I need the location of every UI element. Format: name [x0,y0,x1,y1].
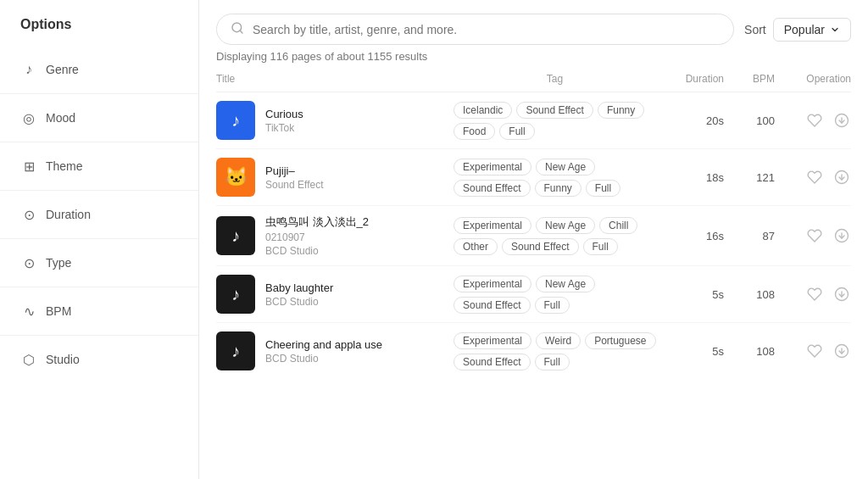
track-cell-5: ♪ Cheering and appla use BCD Studio [216,323,453,380]
sidebar-label-duration: Duration [46,208,91,221]
sidebar-divider [0,287,198,287]
tag-2-4[interactable]: Full [586,180,620,197]
track-info-5: Cheering and appla use BCD Studio [265,338,382,365]
tag-3-2[interactable]: Chill [599,217,637,234]
genre-icon: ♪ [20,61,37,78]
download-button-5[interactable] [832,342,851,360]
col-title: Title [216,66,453,92]
track-artist: Sound Effect [265,179,324,191]
like-button-4[interactable] [805,285,824,304]
track-cell-3: ♪ 虫鸣鸟叫 淡入淡出_2 0210907BCD Studio [216,206,453,266]
tag-4-1[interactable]: New Age [536,276,595,292]
search-bar[interactable] [216,14,734,45]
thumb-emoji-2: 🐱 [225,166,248,188]
tag-3-0[interactable]: Experimental [453,217,531,234]
track-ops-4 [775,266,851,323]
like-button-3[interactable] [805,226,824,245]
tag-1-0[interactable]: Icelandic [453,102,512,119]
search-input[interactable] [253,23,720,36]
tag-4-3[interactable]: Full [535,297,570,314]
tag-2-3[interactable]: Funny [535,180,581,197]
track-artist: BCD Studio [265,353,382,365]
search-icon [231,21,244,37]
mood-icon: ◎ [20,109,37,126]
thumb-icon-4: ♪ [231,285,240,304]
track-bpm-4: 108 [724,266,775,323]
tag-5-1[interactable]: Weird [536,332,581,349]
track-cell-4: ♪ Baby laughter BCD Studio [216,266,453,323]
like-button-1[interactable] [805,111,824,130]
sidebar-item-genre[interactable]: ♪ Genre [0,49,198,90]
track-title-5: Cheering and appla use [265,338,382,351]
track-thumbnail-4: ♪ [216,275,255,314]
download-button-1[interactable] [832,111,851,130]
tag-3-1[interactable]: New Age [536,217,595,234]
tracks-table: Title Tag Duration BPM Operation ♪ Curio… [216,66,851,379]
col-tag: Tag [453,66,656,92]
track-info-3: 虫鸣鸟叫 淡入淡出_2 0210907BCD Studio [265,214,369,257]
track-cell-2: 🐱 Pujiji– Sound Effect [216,149,453,206]
sidebar-item-type[interactable]: ⊙ Type [0,242,198,283]
download-button-2[interactable] [832,168,851,187]
tag-3-5[interactable]: Full [583,238,618,255]
track-artist: 0210907 [265,231,369,243]
tag-5-0[interactable]: Experimental [453,332,531,349]
tag-1-3[interactable]: Food [453,123,495,140]
tag-1-1[interactable]: Sound Effect [516,102,593,119]
sidebar-divider [0,238,198,239]
track-duration-5: 5s [656,323,724,380]
studio-icon: ⬡ [20,351,37,368]
track-artist: BCD Studio [265,296,333,308]
tag-1-4[interactable]: Full [499,123,534,140]
track-thumbnail-2: 🐱 [216,158,255,197]
sort-value: Popular [784,23,825,36]
sidebar-item-mood[interactable]: ◎ Mood [0,97,198,138]
tag-2-0[interactable]: Experimental [453,159,531,175]
track-tags-1: IcelandicSound EffectFunnyFoodFull [453,92,656,149]
track-thumbnail-1: ♪ [216,101,255,140]
tag-1-2[interactable]: Funny [598,102,644,119]
sidebar-item-bpm[interactable]: ∿ BPM [0,291,198,331]
tracks-table-wrap: Title Tag Duration BPM Operation ♪ Curio… [199,66,868,479]
like-button-2[interactable] [805,168,824,187]
tag-4-0[interactable]: Experimental [453,276,531,292]
sidebar-item-studio[interactable]: ⬡ Studio [0,339,198,380]
tag-3-3[interactable]: Other [453,238,498,255]
track-cell-1: ♪ Curious TikTok [216,92,453,149]
col-bpm: BPM [724,66,775,92]
table-row: 🐱 Pujiji– Sound Effect ExperimentalNew A… [216,149,851,206]
sidebar-label-type: Type [46,256,71,270]
download-button-4[interactable] [832,285,851,304]
sidebar-label-studio: Studio [46,353,80,366]
track-title-4: Baby laughter [265,281,333,294]
track-duration-2: 18s [656,149,724,206]
track-ops-2 [775,149,851,206]
track-bpm-3: 87 [724,206,775,266]
tag-2-2[interactable]: Sound Effect [453,180,531,197]
like-button-5[interactable] [805,342,824,360]
sidebar-item-theme[interactable]: ⊞ Theme [0,146,198,187]
sidebar-divider [0,93,198,94]
tag-2-1[interactable]: New Age [536,159,595,175]
tag-3-4[interactable]: Sound Effect [502,238,579,255]
track-tags-2: ExperimentalNew AgeSound EffectFunnyFull [453,149,656,206]
download-button-3[interactable] [832,226,851,245]
search-area: Sort Popular [199,0,868,45]
col-duration: Duration [656,66,724,92]
tag-5-3[interactable]: Sound Effect [453,354,531,370]
tag-4-2[interactable]: Sound Effect [453,297,531,314]
duration-icon: ⊙ [20,206,37,223]
sidebar-item-duration[interactable]: ⊙ Duration [0,194,198,235]
table-row: ♪ Baby laughter BCD Studio ExperimentalN… [216,266,851,323]
track-artist: TikTok [265,122,303,134]
theme-icon: ⊞ [20,158,37,175]
tag-5-4[interactable]: Full [535,354,570,370]
track-duration-1: 20s [656,92,724,149]
thumb-icon-3: ♪ [231,226,240,246]
bpm-icon: ∿ [20,303,37,320]
track-title-2: Pujiji– [265,164,324,177]
track-tags-3: ExperimentalNew AgeChillOtherSound Effec… [453,206,656,266]
tag-5-2[interactable]: Portuguese [585,332,655,349]
sidebar-divider [0,190,198,191]
sort-button[interactable]: Popular [773,18,851,42]
